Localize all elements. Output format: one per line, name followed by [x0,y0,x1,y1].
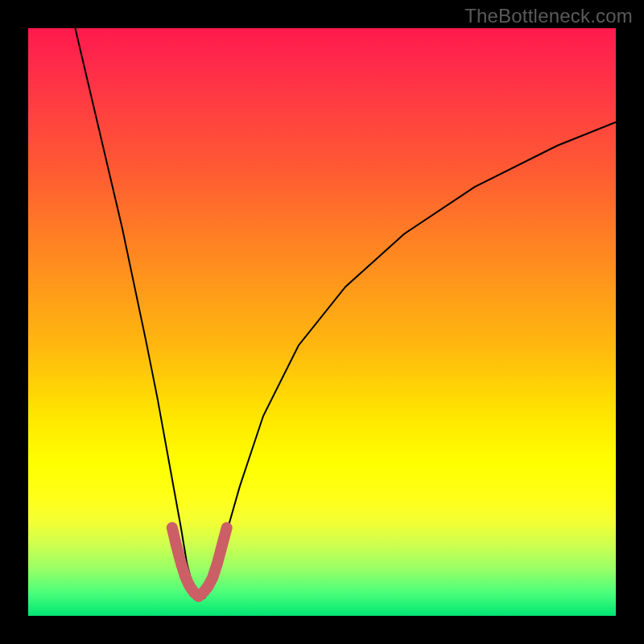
bottleneck-curve [75,28,616,598]
curve-layer [28,28,616,616]
watermark-text: TheBottleneck.com [464,5,633,27]
chart-frame: TheBottleneck.com [0,0,644,644]
plot-area [28,28,616,616]
highlight-valley [172,528,227,597]
